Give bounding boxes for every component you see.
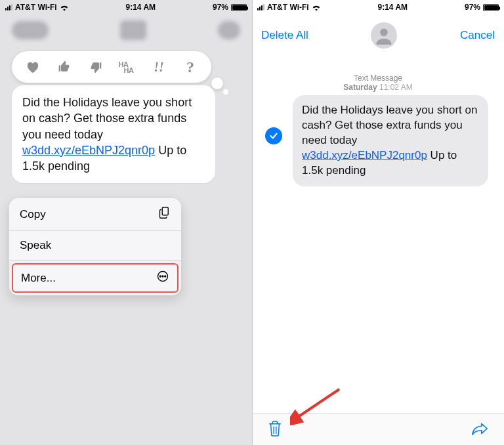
cancel-button[interactable]: Cancel (460, 29, 495, 42)
bottom-toolbar (252, 413, 504, 445)
thumbs-down-icon (89, 60, 102, 74)
haha-icon: HA HA (121, 60, 134, 74)
copy-icon (159, 206, 171, 222)
trash-icon (268, 420, 282, 437)
heart-icon (26, 60, 40, 74)
tapback-question[interactable]: ? (175, 56, 206, 77)
cell-signal-icon (5, 4, 12, 11)
left-screenshot: AT&T Wi-Fi 9:14 AM 97% HA HA (0, 0, 252, 445)
message-bubble[interactable]: Did the Holidays leave you short on cash… (293, 95, 488, 186)
battery-icon (483, 4, 499, 11)
action-copy-label: Copy (20, 208, 46, 221)
svg-point-2 (159, 276, 161, 277)
message-day: Saturday (343, 83, 377, 92)
wifi-icon (312, 4, 321, 11)
status-time: 9:14 AM (378, 3, 408, 12)
action-speak[interactable]: Speak (9, 231, 181, 261)
more-icon (156, 270, 169, 286)
contact-avatar[interactable] (371, 22, 397, 49)
tapback-exclaim[interactable]: !! (143, 56, 175, 77)
pane-divider (252, 0, 253, 445)
action-sheet: Copy Speak More... (9, 198, 181, 295)
status-time: 9:14 AM (126, 3, 156, 12)
select-checkbox[interactable] (265, 127, 282, 144)
tapback-heart[interactable] (17, 56, 49, 77)
selection-header: Delete All Cancel (252, 14, 504, 56)
message-time: 11:02 AM (379, 83, 413, 92)
action-speak-label: Speak (20, 239, 51, 252)
svg-rect-0 (162, 207, 168, 215)
tapback-tail (211, 77, 223, 89)
forward-icon (471, 421, 488, 436)
svg-point-4 (165, 276, 166, 277)
exclaim-icon: !! (154, 60, 164, 75)
tapback-thumbs-up[interactable] (49, 56, 80, 77)
delete-all-button[interactable]: Delete All (261, 29, 308, 42)
carrier-label: AT&T Wi-Fi (267, 3, 309, 12)
action-more[interactable]: More... (12, 263, 178, 293)
person-icon (375, 26, 393, 45)
right-screenshot: AT&T Wi-Fi 9:14 AM 97% Delete All Cancel… (252, 0, 504, 445)
status-bar: AT&T Wi-Fi 9:14 AM 97% (252, 0, 504, 14)
action-copy[interactable]: Copy (9, 198, 181, 231)
question-icon: ? (186, 58, 194, 76)
battery-icon (231, 4, 247, 11)
action-more-label: More... (21, 272, 56, 285)
wifi-icon (60, 4, 69, 11)
tapback-haha[interactable]: HA HA (112, 56, 143, 77)
message-link[interactable]: w3dd.xyz/eEbNPJ2qnr0p (22, 144, 155, 157)
message-link[interactable]: w3dd.xyz/eEbNPJ2qnr0p (302, 149, 427, 161)
message-meta: Text Message Saturday 11:02 AM (252, 74, 504, 92)
message-text-pre: Did the Holidays leave you short on cash… (302, 104, 477, 146)
battery-pct: 97% (213, 3, 228, 12)
message-kind: Text Message (252, 74, 504, 83)
cell-signal-icon (257, 4, 264, 11)
message-text-pre: Did the Holidays leave you short on cash… (22, 96, 192, 141)
tapback-tail-small (223, 89, 228, 95)
blurred-nav (0, 17, 252, 43)
battery-pct: 97% (465, 3, 480, 12)
tapback-popup: HA HA !! ? (12, 51, 211, 83)
svg-point-5 (381, 29, 388, 37)
svg-point-3 (162, 276, 163, 277)
message-bubble[interactable]: Did the Holidays leave you short on cash… (12, 85, 215, 183)
carrier-label: AT&T Wi-Fi (15, 3, 57, 12)
tapback-thumbs-down[interactable] (80, 56, 112, 77)
check-icon (269, 131, 278, 140)
status-bar: AT&T Wi-Fi 9:14 AM 97% (0, 0, 252, 14)
forward-button[interactable] (471, 421, 488, 438)
trash-button[interactable] (268, 420, 282, 440)
thumbs-up-icon (58, 60, 71, 74)
